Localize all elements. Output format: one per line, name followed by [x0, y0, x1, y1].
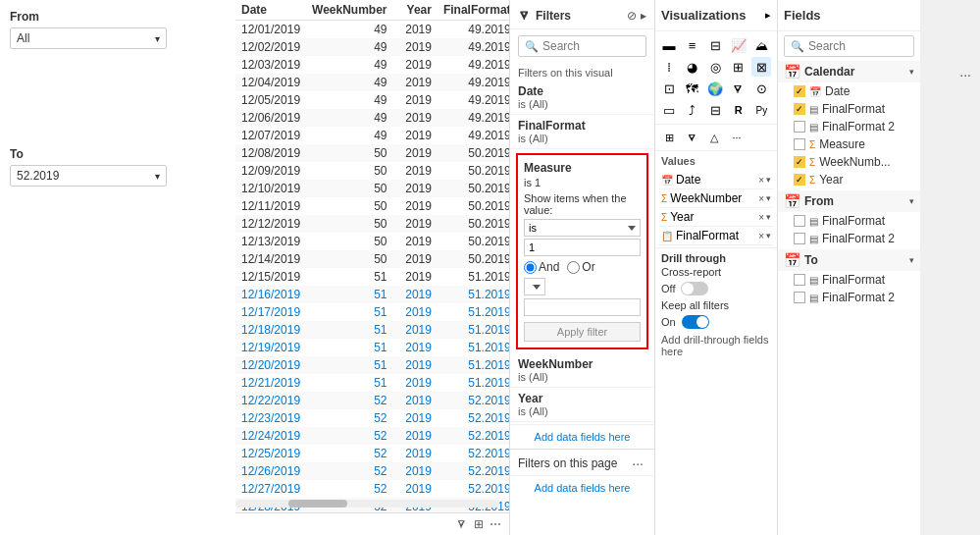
measure-checkbox[interactable] [794, 138, 805, 150]
viz-table-icon[interactable]: ⊠ [751, 57, 771, 77]
table-row[interactable]: 12/11/2019 50 2019 50.2019 [235, 197, 509, 215]
value-item-finalformat[interactable]: 📋 FinalFormat × ▾ [659, 227, 773, 245]
col-weeknumber[interactable]: WeekNumber [306, 0, 392, 21]
table-row[interactable]: 12/17/2019 51 2019 51.2019 [235, 303, 509, 321]
and-radio[interactable] [524, 261, 537, 274]
field-item-date[interactable]: ✓ 📅 Date [778, 82, 920, 100]
page-more-icon[interactable]: ··· [629, 455, 646, 471]
viz-100-bar-icon[interactable]: ⊟ [705, 35, 725, 55]
year-chevron-icon[interactable]: ▾ [766, 212, 771, 222]
table-row[interactable]: 12/22/2019 52 2019 52.2019 [235, 392, 509, 409]
table-row[interactable]: 12/27/2019 52 2019 52.2019 [235, 480, 509, 498]
finalformat-remove-icon[interactable]: × [758, 231, 764, 241]
visual-more-icon[interactable]: ··· [956, 67, 974, 82]
weeknumber-checkbox[interactable]: ✓ [794, 156, 805, 168]
fields-search-input[interactable] [808, 39, 907, 53]
viz-area-icon[interactable]: ⛰ [751, 35, 771, 55]
fields-search-box[interactable]: 🔍 [784, 35, 914, 57]
or-radio[interactable] [567, 261, 580, 274]
viz-slicer-icon[interactable]: ⊟ [705, 100, 725, 120]
viz-filled-map-icon[interactable]: 🌍 [705, 79, 725, 98]
field-item-from-finalformat2[interactable]: ▤ FinalFormat 2 [778, 230, 920, 247]
to-finalformat2-checkbox[interactable] [794, 292, 805, 303]
table-row[interactable]: 12/04/2019 49 2019 49.2019 [235, 74, 509, 91]
col-finalformat[interactable]: FinalFormat [438, 0, 509, 21]
filter-item-year[interactable]: Year is (All) [510, 388, 654, 422]
table-row[interactable]: 12/07/2019 49 2019 49.2019 [235, 127, 509, 144]
filter-item-date[interactable]: Date is (All) [510, 80, 654, 115]
horizontal-scrollbar-thumb[interactable] [288, 500, 347, 508]
table-row[interactable]: 12/05/2019 49 2019 49.2019 [235, 91, 509, 109]
field-item-from-finalformat[interactable]: ▤ FinalFormat [778, 212, 920, 230]
field-item-finalformat2[interactable]: ▤ FinalFormat 2 [778, 118, 920, 135]
field-item-to-finalformat[interactable]: ▤ FinalFormat [778, 271, 920, 289]
and-radio-label[interactable]: And [524, 260, 559, 274]
table-row[interactable]: 12/24/2019 52 2019 52.2019 [235, 427, 509, 445]
add-data-page-button[interactable]: Add data fields here [510, 475, 654, 500]
weeknumber-remove-icon[interactable]: × [758, 193, 764, 204]
table-row[interactable]: 12/09/2019 50 2019 50.2019 [235, 162, 509, 180]
keep-all-toggle[interactable] [682, 315, 709, 329]
table-row[interactable]: 12/18/2019 51 2019 51.2019 [235, 321, 509, 339]
table-row[interactable]: 12/21/2019 51 2019 51.2019 [235, 374, 509, 392]
table-row[interactable]: 12/14/2019 50 2019 50.2019 [235, 250, 509, 268]
year-remove-icon[interactable]: × [758, 212, 764, 223]
filter-item-finalformat[interactable]: FinalFormat is (All) [510, 115, 654, 149]
viz-expand-icon[interactable]: ▸ [765, 9, 771, 22]
viz-kpi-icon[interactable]: ⤴ [683, 100, 702, 120]
to-finalformat-checkbox[interactable] [794, 274, 805, 286]
field-item-year[interactable]: ✓ Σ Year [778, 171, 920, 188]
finalformat-checkbox[interactable]: ✓ [794, 103, 805, 115]
expand-icon[interactable]: ⊞ [474, 517, 484, 531]
more-icon[interactable]: ⋯ [490, 517, 501, 531]
second-condition-select[interactable] [524, 278, 545, 295]
viz-line-icon[interactable]: 📈 [729, 35, 748, 55]
field-item-weeknumber[interactable]: ✓ Σ WeekNumb... [778, 153, 920, 171]
filter-item-weeknumber[interactable]: WeekNumber is (All) [510, 353, 654, 388]
value-item-date[interactable]: 📅 Date × ▾ [659, 171, 773, 189]
viz-analytics-icon[interactable]: △ [704, 128, 724, 147]
viz-donut-icon[interactable]: ◎ [705, 57, 725, 77]
table-row[interactable]: 12/02/2019 49 2019 49.2019 [235, 38, 509, 56]
filter-clear-icon[interactable]: ⊘ [627, 9, 637, 23]
from-select[interactable]: All ▾ [10, 27, 167, 49]
viz-scatter-icon[interactable]: ⁞ [659, 57, 679, 77]
from-finalformat-checkbox[interactable] [794, 215, 805, 227]
table-row[interactable]: 12/26/2019 52 2019 52.2019 [235, 462, 509, 480]
from-finalformat2-checkbox[interactable] [794, 233, 805, 244]
viz-stacked-bar-icon[interactable]: ≡ [683, 35, 702, 55]
measure-value-input[interactable] [524, 239, 641, 256]
finalformat2-checkbox[interactable] [794, 121, 805, 133]
table-row[interactable]: 12/12/2019 50 2019 50.2019 [235, 215, 509, 233]
data-table-container[interactable]: Date WeekNumber Year FinalFormat 12/01/2… [235, 0, 509, 512]
date-remove-icon[interactable]: × [758, 175, 764, 186]
viz-pie-icon[interactable]: ◕ [683, 57, 702, 77]
viz-py-icon[interactable]: Py [751, 100, 771, 120]
viz-gauge-icon[interactable]: ⊙ [751, 79, 771, 98]
table-row[interactable]: 12/16/2019 51 2019 51.2019 [235, 286, 509, 303]
table-row[interactable]: 12/08/2019 50 2019 50.2019 [235, 144, 509, 162]
viz-card-icon[interactable]: ▭ [659, 100, 679, 120]
filters-search-input[interactable] [542, 39, 640, 53]
field-group-calendar-header[interactable]: 📅 Calendar ▾ [778, 61, 920, 82]
field-item-to-finalformat2[interactable]: ▤ FinalFormat 2 [778, 289, 920, 306]
field-group-to-header[interactable]: 📅 To ▾ [778, 249, 920, 271]
table-row[interactable]: 12/06/2019 49 2019 49.2019 [235, 109, 509, 127]
table-row[interactable]: 12/01/2019 49 2019 49.2019 [235, 21, 509, 39]
table-row[interactable]: 12/25/2019 52 2019 52.2019 [235, 445, 509, 462]
table-row[interactable]: 12/19/2019 51 2019 51.2019 [235, 339, 509, 356]
year-checkbox[interactable]: ✓ [794, 174, 805, 186]
field-item-measure[interactable]: Σ Measure [778, 135, 920, 153]
viz-map-icon[interactable]: 🗺 [683, 79, 702, 98]
field-item-finalformat[interactable]: ✓ ▤ FinalFormat [778, 100, 920, 118]
viz-matrix-icon[interactable]: ⊡ [659, 79, 679, 98]
apply-filter-button[interactable]: Apply filter [524, 322, 641, 342]
col-date[interactable]: Date [235, 0, 306, 21]
value-item-year[interactable]: Σ Year × ▾ [659, 208, 773, 227]
finalformat-chevron-icon[interactable]: ▾ [766, 231, 771, 241]
weeknumber-chevron-icon[interactable]: ▾ [766, 193, 771, 203]
table-row[interactable]: 12/10/2019 50 2019 50.2019 [235, 180, 509, 197]
filter-icon[interactable]: ⛛ [456, 517, 468, 531]
to-select[interactable]: 52.2019 ▾ [10, 165, 167, 187]
table-row[interactable]: 12/20/2019 51 2019 51.2019 [235, 356, 509, 374]
